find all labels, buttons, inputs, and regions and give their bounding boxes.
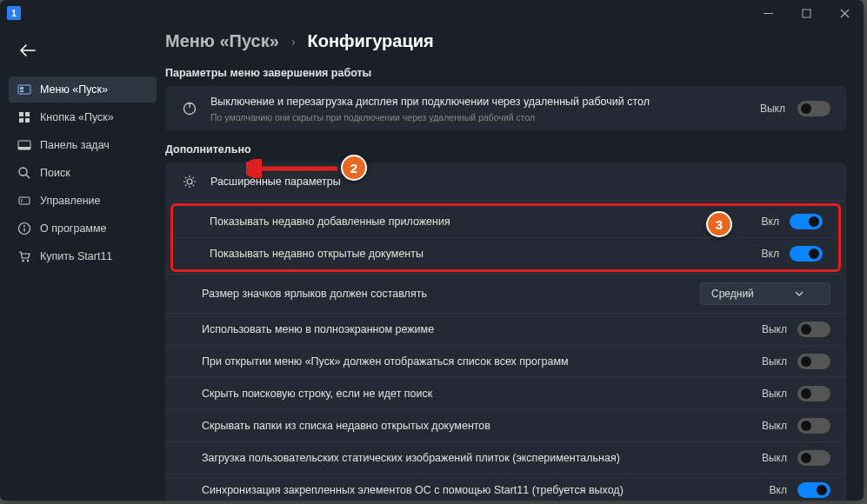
svg-rect-8: [25, 112, 30, 116]
toggle-state: Выкл: [762, 355, 787, 368]
control-icon: [17, 194, 31, 208]
select-value: Средний: [711, 288, 754, 300]
shutdown-toggle[interactable]: [797, 101, 830, 116]
setting-label: Синхронизация закрепленных элементов ОС …: [202, 484, 759, 496]
recent-apps-toggle[interactable]: [790, 214, 823, 229]
toggle-state: Вкл: [770, 484, 787, 496]
hide-folders-toggle[interactable]: [797, 418, 830, 434]
setting-label: Использовать меню в полноэкранном режиме: [202, 323, 751, 335]
svg-rect-5: [20, 87, 23, 90]
svg-rect-1: [803, 10, 810, 17]
setting-tile-images: Загрузка пользовательских статических из…: [165, 441, 846, 474]
toggle-state: Выкл: [762, 452, 787, 464]
sidebar-item-about[interactable]: О программе: [9, 216, 157, 242]
nav-list: Меню «Пуск» Кнопка «Пуск» Панель задач П…: [9, 76, 157, 269]
setting-fullscreen: Использовать меню в полноэкранном режиме…: [165, 313, 846, 345]
start-button-icon: [17, 110, 31, 124]
sync-pinned-toggle[interactable]: [797, 482, 830, 498]
sidebar-item-start-menu[interactable]: Меню «Пуск»: [9, 76, 157, 103]
sidebar-item-control[interactable]: Управление: [9, 188, 157, 214]
sidebar-item-label: Купить Start11: [40, 250, 112, 262]
svg-point-22: [27, 260, 29, 262]
taskbar-icon: [17, 138, 31, 152]
svg-line-14: [26, 175, 30, 178]
hide-search-toggle[interactable]: [797, 386, 830, 401]
setting-icon-size: Размер значков ярлыков должен составлять…: [165, 274, 846, 313]
sidebar-item-label: Управление: [40, 195, 101, 207]
setting-label: Показывать недавно добавленные приложени…: [210, 216, 751, 228]
sidebar-item-taskbar[interactable]: Панель задач: [9, 132, 157, 158]
window-buttons: [749, 0, 864, 26]
svg-point-19: [23, 225, 25, 227]
svg-rect-15: [19, 197, 30, 204]
chevron-right-icon: ›: [291, 35, 296, 49]
setting-label: При открытии меню «Пуск» должен отобража…: [202, 355, 751, 368]
minimize-button[interactable]: [749, 0, 787, 26]
toggle-state: Вкл: [762, 216, 779, 228]
advanced-header[interactable]: Расширенные параметры: [165, 162, 846, 202]
shutdown-panel: Выключение и перезагрузка дисплея при по…: [165, 86, 846, 131]
sidebar-item-search[interactable]: Поиск: [9, 160, 157, 186]
advanced-header-title: Расширенные параметры: [210, 176, 341, 188]
setting-label: Размер значков ярлыков должен составлять: [202, 288, 690, 300]
maximize-button[interactable]: [787, 0, 825, 26]
setting-hide-search: Скрыть поисковую строку, если не идет по…: [165, 377, 846, 409]
back-button[interactable]: [14, 36, 42, 64]
setting-all-programs: При открытии меню «Пуск» должен отобража…: [165, 345, 846, 377]
toggle-state: Выкл: [762, 388, 787, 400]
sidebar-item-start-button[interactable]: Кнопка «Пуск»: [9, 104, 157, 130]
svg-point-25: [187, 179, 192, 184]
breadcrumb-parent[interactable]: Меню «Пуск»: [165, 31, 279, 51]
start-menu-icon: [17, 83, 31, 96]
setting-label: Показывать недавно открытые документы: [210, 248, 751, 260]
section-advanced-title: Дополнительно: [165, 143, 846, 156]
sidebar-item-label: Меню «Пуск»: [40, 83, 108, 96]
info-icon: [17, 222, 31, 235]
titlebar: 1: [0, 0, 864, 26]
setting-recent-docs: Показывать недавно открытые документы Вк…: [173, 237, 838, 269]
advanced-panel: Расширенные параметры Показывать недавно…: [165, 162, 846, 501]
close-button[interactable]: [825, 0, 864, 26]
setting-label: Скрыть поисковую строку, если не идет по…: [202, 388, 751, 400]
setting-label: Скрывать папки из списка недавно открыты…: [202, 420, 751, 432]
main-content: Меню «Пуск» › Конфигурация Параметры мен…: [165, 26, 864, 501]
svg-rect-12: [18, 147, 30, 149]
toggle-state: Выкл: [762, 323, 787, 335]
section-shutdown-title: Параметры меню завершения работы: [165, 67, 846, 79]
recent-docs-toggle[interactable]: [790, 246, 823, 262]
all-programs-toggle[interactable]: [797, 354, 830, 369]
chevron-down-icon: [795, 291, 804, 296]
annotation-badge-2: 2: [341, 155, 367, 181]
shutdown-row-title: Выключение и перезагрузка дисплея при по…: [210, 95, 748, 110]
svg-point-21: [22, 260, 23, 262]
annotation-badge-3: 3: [706, 211, 732, 237]
toggle-state: Вкл: [762, 248, 779, 260]
svg-rect-9: [19, 118, 23, 123]
fullscreen-toggle[interactable]: [797, 322, 830, 337]
icon-size-select[interactable]: Средний: [700, 282, 830, 305]
app-window: 1 Меню «Пуск» Кнопка «Пуск»: [0, 0, 864, 501]
setting-recent-apps: Показывать недавно добавленные приложени…: [173, 206, 838, 237]
svg-rect-7: [19, 112, 23, 116]
sidebar-item-label: О программе: [40, 222, 106, 235]
svg-rect-6: [20, 90, 23, 92]
app-icon: 1: [7, 6, 21, 20]
cart-icon: [17, 249, 31, 263]
gear-icon: [181, 173, 198, 190]
setting-label: Загрузка пользовательских статических из…: [202, 452, 751, 464]
tile-images-toggle[interactable]: [797, 450, 830, 466]
shutdown-row: Выключение и перезагрузка дисплея при по…: [165, 86, 846, 131]
content: Меню «Пуск» Кнопка «Пуск» Панель задач П…: [0, 26, 864, 501]
toggle-state: Выкл: [760, 103, 785, 115]
breadcrumb-current: Конфигурация: [308, 31, 434, 51]
svg-point-13: [19, 168, 27, 176]
power-icon: [181, 100, 198, 117]
sidebar-item-buy[interactable]: Купить Start11: [9, 243, 157, 269]
search-icon: [17, 166, 31, 180]
svg-rect-10: [25, 118, 30, 123]
sidebar-item-label: Панель задач: [40, 139, 110, 151]
sidebar: Меню «Пуск» Кнопка «Пуск» Панель задач П…: [0, 26, 165, 501]
sidebar-item-label: Поиск: [40, 167, 70, 179]
breadcrumb: Меню «Пуск» › Конфигурация: [165, 31, 846, 51]
shutdown-row-sub: По умолчанию они скрыты при подключении …: [210, 112, 748, 123]
